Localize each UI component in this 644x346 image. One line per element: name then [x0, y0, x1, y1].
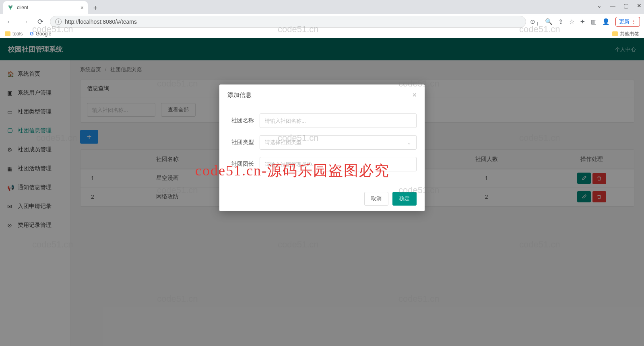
folder-icon — [5, 31, 10, 36]
browser-toolbar: ← → ⟳ i http://localhost:8080/#/teams ⊙┬… — [0, 14, 644, 29]
google-icon: G — [30, 31, 33, 37]
modal-overlay: 添加信息 × 社团名称 社团类型 请选择社团类型 ⌄ 社团团长 取消 确定 — [0, 38, 644, 346]
window-controls: ⌄ — ▢ ✕ — [597, 2, 642, 9]
confirm-button[interactable]: 确定 — [392, 192, 417, 206]
extensions-icon[interactable]: ✦ — [580, 18, 585, 25]
modal-close-button[interactable]: × — [412, 91, 417, 99]
update-button[interactable]: 更新 ⋮ — [615, 17, 640, 27]
bookmark-other[interactable]: 其他书签 — [612, 31, 639, 37]
window-close-icon[interactable]: ✕ — [637, 2, 642, 9]
key-icon[interactable]: ⊙┬ — [530, 18, 540, 25]
team-name-input[interactable] — [260, 113, 417, 128]
browser-tab[interactable]: client × — [3, 1, 88, 14]
folder-icon — [612, 31, 618, 36]
window-minimize-icon[interactable]: — — [610, 2, 615, 9]
tab-title: client — [17, 5, 28, 10]
team-leader-input[interactable] — [260, 157, 417, 171]
share-icon[interactable]: ⇪ — [558, 18, 564, 25]
bookmark-star-icon[interactable]: ☆ — [569, 18, 574, 25]
modal-title: 添加信息 — [227, 91, 252, 99]
tab-close-icon[interactable]: × — [80, 4, 84, 11]
bookmarks-bar: tools GGoogle 其他书签 — [0, 29, 644, 38]
tab-strip: client × + — [0, 0, 644, 14]
chevron-down-icon: ⌄ — [407, 140, 411, 146]
forward-button[interactable]: → — [19, 18, 31, 26]
panel-icon[interactable]: ▥ — [591, 18, 597, 25]
reload-button[interactable]: ⟳ — [35, 17, 46, 26]
window-maximize-icon[interactable]: ▢ — [623, 2, 629, 9]
bookmark-tools[interactable]: tools — [5, 31, 23, 37]
cancel-button[interactable]: 取消 — [364, 192, 388, 206]
url-text: http://localhost:8080/#/teams — [65, 19, 137, 25]
bookmark-google[interactable]: GGoogle — [30, 31, 51, 37]
name-label: 社团名称 — [227, 117, 260, 124]
toolbar-actions: ⊙┬ 🔍 ⇪ ☆ ✦ ▥ 👤 更新 ⋮ — [530, 17, 640, 27]
add-modal: 添加信息 × 社团名称 社团类型 请选择社团类型 ⌄ 社团团长 取消 确定 — [219, 84, 425, 211]
zoom-icon[interactable]: 🔍 — [545, 18, 553, 25]
window-caret-icon[interactable]: ⌄ — [597, 2, 602, 9]
address-bar[interactable]: i http://localhost:8080/#/teams — [50, 16, 526, 28]
browser-chrome: ⌄ — ▢ ✕ client × + ← → ⟳ i http://localh… — [0, 0, 644, 38]
new-tab-button[interactable]: + — [89, 2, 101, 14]
vue-favicon-icon — [7, 4, 14, 11]
profile-icon[interactable]: 👤 — [602, 18, 610, 25]
site-info-icon[interactable]: i — [55, 19, 62, 25]
team-type-select[interactable]: 请选择社团类型 ⌄ — [260, 135, 417, 150]
back-button[interactable]: ← — [4, 18, 15, 26]
leader-label: 社团团长 — [227, 161, 260, 168]
type-label: 社团类型 — [227, 139, 260, 146]
